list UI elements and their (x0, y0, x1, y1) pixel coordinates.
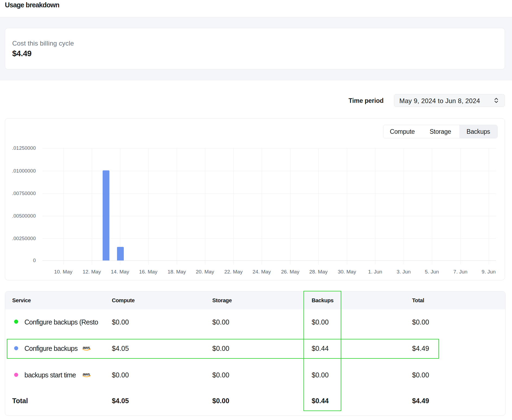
svg-text:aws: aws (83, 372, 90, 376)
